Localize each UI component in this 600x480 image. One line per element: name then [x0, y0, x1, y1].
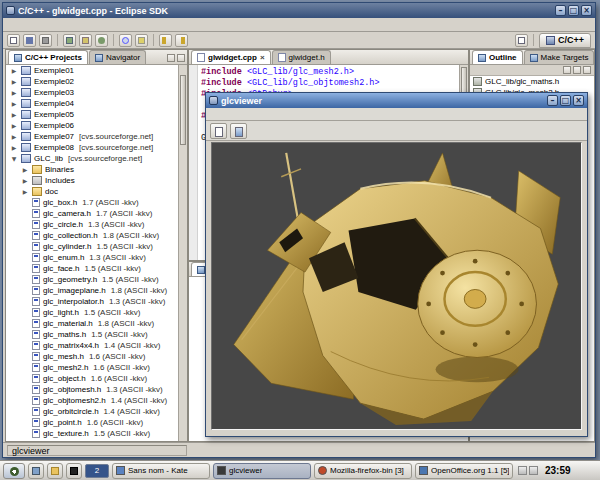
perspective-button[interactable]: C/C++: [539, 33, 591, 48]
close-tab-icon[interactable]: ×: [260, 54, 265, 62]
tree-item[interactable]: glc_collection.h 1.8 (ASCII -kkv): [6, 230, 178, 241]
menu-item[interactable]: [234, 113, 246, 115]
home-folder-icon[interactable]: [47, 463, 63, 479]
tree-item[interactable]: ▼ GLC_lib [cvs.sourceforge.net]: [6, 153, 178, 164]
tree-item[interactable]: glc_geometry.h 1.5 (ASCII -kkv): [6, 274, 178, 285]
tree-item[interactable]: ▶ Exemple08 [cvs.sourceforge.net]: [6, 142, 178, 153]
klipper-icon[interactable]: [518, 466, 527, 475]
maximize-button[interactable]: □: [560, 95, 571, 106]
k-menu-button[interactable]: [3, 463, 25, 479]
tree-item[interactable]: ▶ Binaries: [6, 164, 178, 175]
tree-item[interactable]: ▶ Exemple03: [6, 87, 178, 98]
run-icon[interactable]: [79, 34, 92, 47]
outline-item[interactable]: GLC_lib/glc_maths.h: [470, 76, 594, 87]
tree-item[interactable]: glc_circle.h 1.3 (ASCII -kkv): [6, 219, 178, 230]
maximize-view-icon[interactable]: [177, 54, 185, 62]
expander-icon[interactable]: ▶: [10, 122, 18, 129]
tree-item[interactable]: ▶ Exemple05: [6, 109, 178, 120]
search-icon[interactable]: [119, 34, 132, 47]
taskbar-task[interactable]: Mozilla-firefox-bin [3]: [314, 463, 412, 479]
print-icon[interactable]: [39, 34, 52, 47]
expander-icon[interactable]: ▶: [10, 133, 18, 140]
tree-item[interactable]: glc_material.h 1.8 (ASCII -kkv): [6, 318, 178, 329]
tree-item[interactable]: glc_enum.h 1.3 (ASCII -kkv): [6, 252, 178, 263]
tree-item[interactable]: glc_maths.h 1.5 (ASCII -kkv): [6, 329, 178, 340]
eclipse-titlebar[interactable]: C/C++ - glwidget.cpp - Eclipse SDK – □ ×: [3, 3, 595, 18]
filter-fields-icon[interactable]: [573, 66, 581, 74]
tree-item[interactable]: glc_face.h 1.5 (ASCII -kkv): [6, 263, 178, 274]
close-button[interactable]: ×: [581, 5, 592, 16]
tree-item[interactable]: glc_matrix4x4.h 1.4 (ASCII -kkv): [6, 340, 178, 351]
open-file-icon[interactable]: [230, 123, 247, 139]
taskbar-clock[interactable]: 23:59: [541, 465, 575, 476]
tree-item[interactable]: glc_point.h 1.6 (ASCII -kkv): [6, 417, 178, 428]
expander-icon[interactable]: ▶: [21, 166, 29, 173]
desktop-pager[interactable]: 2: [85, 464, 109, 478]
back-icon[interactable]: [159, 34, 172, 47]
tree-item[interactable]: glc_light.h 1.5 (ASCII -kkv): [6, 307, 178, 318]
minimize-button[interactable]: –: [555, 5, 566, 16]
tree-item[interactable]: ▶ Exemple06: [6, 120, 178, 131]
konsole-icon[interactable]: [66, 463, 82, 479]
close-button[interactable]: ×: [573, 95, 584, 106]
taskbar-task[interactable]: Sans nom - Kate: [112, 463, 210, 479]
tree-scrollbar-thumb[interactable]: [180, 75, 186, 145]
expander-icon[interactable]: ▼: [10, 155, 18, 162]
minimize-button[interactable]: –: [547, 95, 558, 106]
view-tab[interactable]: Outline: [472, 50, 523, 64]
tree-item[interactable]: glc_camera.h 1.7 (ASCII -kkv): [6, 208, 178, 219]
tree-item[interactable]: glc_texture.h 1.5 (ASCII -kkv): [6, 428, 178, 439]
expander-icon[interactable]: ▶: [10, 78, 18, 85]
editor-tab[interactable]: glwidget.h ×: [272, 50, 331, 64]
tree-item[interactable]: glc_objtomesh2.h 1.4 (ASCII -kkv): [6, 395, 178, 406]
new-file-icon[interactable]: [210, 123, 227, 139]
expander-icon[interactable]: ▶: [21, 188, 29, 195]
editor-tab[interactable]: glwidget.cpp ×: [191, 50, 271, 64]
bookmark-icon[interactable]: [135, 34, 148, 47]
menu-item[interactable]: [43, 24, 55, 26]
menu-item[interactable]: [210, 113, 222, 115]
menu-item[interactable]: [103, 24, 115, 26]
tree-item[interactable]: glc_mesh2.h 1.6 (ASCII -kkv): [6, 362, 178, 373]
new-wizard-icon[interactable]: [7, 34, 20, 47]
open-perspective-icon[interactable]: [515, 34, 528, 47]
save-icon[interactable]: [23, 34, 36, 47]
menu-item[interactable]: [91, 24, 103, 26]
menu-item[interactable]: [67, 24, 79, 26]
view-tab[interactable]: C/C++ Projects: [8, 50, 88, 64]
maximize-button[interactable]: □: [568, 5, 579, 16]
tree-item[interactable]: ▶ Exemple02: [6, 76, 178, 87]
forward-icon[interactable]: [175, 34, 188, 47]
tree-item[interactable]: glc_imageplane.h 1.8 (ASCII -kkv): [6, 285, 178, 296]
tree-item[interactable]: ▶ Exemple07 [cvs.sourceforge.net]: [6, 131, 178, 142]
debug-icon[interactable]: [95, 34, 108, 47]
menu-item[interactable]: [19, 24, 31, 26]
expander-icon[interactable]: ▶: [21, 177, 29, 184]
tree-scrollbar[interactable]: [178, 65, 187, 441]
tree-item[interactable]: glc_cylinder.h 1.5 (ASCII -kkv): [6, 241, 178, 252]
expander-icon[interactable]: ▶: [10, 89, 18, 96]
menu-item[interactable]: [222, 113, 234, 115]
taskbar-task[interactable]: OpenOffice.org 1.1 [5]: [415, 463, 513, 479]
tree-item[interactable]: ▶ Includes: [6, 175, 178, 186]
tree-item[interactable]: glc_objtomesh.h 1.3 (ASCII -kkv): [6, 384, 178, 395]
sort-icon[interactable]: [563, 66, 571, 74]
build-all-icon[interactable]: [63, 34, 76, 47]
expander-icon[interactable]: ▶: [10, 100, 18, 107]
view-tab[interactable]: Navigator: [89, 50, 146, 64]
menu-item[interactable]: [31, 24, 43, 26]
taskbar-task[interactable]: glcviewer: [213, 463, 311, 479]
tree-item[interactable]: glc_box.h 1.7 (ASCII -kkv): [6, 197, 178, 208]
filter-static-icon[interactable]: [583, 66, 591, 74]
menu-item[interactable]: [79, 24, 91, 26]
view-tab[interactable]: Make Targets: [524, 50, 595, 64]
tree-item[interactable]: ▶ Exemple01: [6, 65, 178, 76]
tree-item[interactable]: ▶ doc: [6, 186, 178, 197]
expander-icon[interactable]: ▶: [10, 67, 18, 74]
tree-item[interactable]: glc_orbitcircle.h 1.4 (ASCII -kkv): [6, 406, 178, 417]
tree-item[interactable]: ▶ Exemple04: [6, 98, 178, 109]
minimize-view-icon[interactable]: [167, 54, 175, 62]
viewer-titlebar[interactable]: glcviewer – □ ×: [206, 93, 587, 108]
viewer-viewport-3d[interactable]: [211, 142, 582, 430]
menu-item[interactable]: [55, 24, 67, 26]
